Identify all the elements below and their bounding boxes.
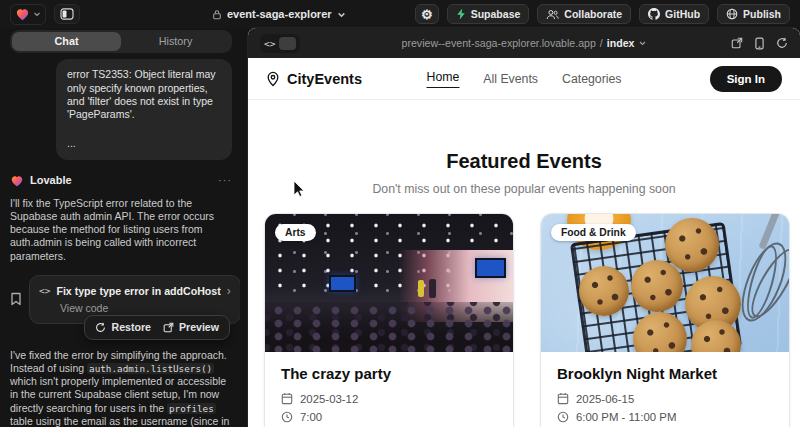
chevron-down-icon <box>33 10 41 18</box>
globe-icon <box>726 8 738 20</box>
user-message-bubble: error TS2353: Object literal may only sp… <box>56 59 232 160</box>
event-time-row: 6:00 PM - 11:00 PM <box>557 411 773 423</box>
lovable-logo-menu[interactable] <box>10 4 46 25</box>
speaker-figure <box>418 280 424 297</box>
topbar-actions: ⚙ Supabase Collaborate GitHub <box>415 4 790 24</box>
event-time: 7:00 <box>300 411 322 423</box>
event-time-row: 7:00 <box>281 411 497 423</box>
event-image-cookies: Food & Drink <box>541 214 789 352</box>
cookie <box>579 266 629 316</box>
event-card-body: The crazy party 2025-03-12 7 <box>265 352 513 427</box>
sign-in-button[interactable]: Sign In <box>710 66 782 92</box>
preview-url-page: index <box>607 37 635 49</box>
restore-button[interactable]: Restore <box>95 321 150 334</box>
event-time: 6:00 PM - 11:00 PM <box>576 411 676 423</box>
speaker-figure <box>429 279 436 298</box>
settings-button[interactable]: ⚙ <box>415 4 439 24</box>
event-date-row: 2025-03-12 <box>281 392 497 405</box>
message-menu-icon[interactable]: ··· <box>218 174 232 188</box>
event-card-body: Brooklyn Night Market 2025-06-15 <box>541 352 789 427</box>
github-button[interactable]: GitHub <box>639 4 709 24</box>
site-canvas: CityEvents Home All Events Categories Si… <box>248 58 800 427</box>
bookmark-icon[interactable] <box>10 292 22 306</box>
cookie <box>631 260 683 312</box>
hero-section: Featured Events Don't miss out on these … <box>248 100 800 196</box>
nav-categories[interactable]: Categories <box>562 72 621 86</box>
tv-screen <box>475 258 506 278</box>
featured-events-grid: Arts The crazy party 2025-03-12 <box>248 213 800 427</box>
event-date: 2025-03-12 <box>300 393 358 405</box>
gear-icon: ⚙ <box>421 8 433 21</box>
version-hover-actions: Restore Preview <box>84 315 230 340</box>
hero-title: Featured Events <box>248 150 800 173</box>
assistant-paragraph-2: I've fixed the error by simplifying the … <box>10 349 232 427</box>
event-image-conference: Arts <box>265 214 513 352</box>
assistant-name: Lovable <box>30 174 212 188</box>
clock-icon <box>281 411 293 423</box>
view-code-link[interactable]: View code <box>60 302 231 315</box>
user-message-text: error TS2353: Object literal may only sp… <box>67 68 221 121</box>
publish-button[interactable]: Publish <box>717 4 790 24</box>
category-badge: Arts <box>275 224 316 241</box>
user-message-ellipsis: ... <box>67 137 221 150</box>
event-date: 2025-06-15 <box>576 393 634 405</box>
lovable-heart-icon <box>10 174 24 188</box>
sidebar-toggle-button[interactable] <box>54 4 80 24</box>
calendar-icon <box>281 392 293 405</box>
inline-code: auth.admin.listUsers() <box>87 363 214 374</box>
supabase-button[interactable]: Supabase <box>447 4 530 24</box>
preview-url-host: preview--event-saga-explorer.lovable.app <box>402 37 596 49</box>
external-link-icon <box>163 322 174 333</box>
code-preview-toggle[interactable]: <> <box>260 34 300 53</box>
toggle-knob <box>279 37 296 50</box>
assistant-header: Lovable ··· <box>10 174 232 188</box>
lock-icon <box>212 9 222 20</box>
preview-toolbar: <> preview--event-saga-explorer.lovable.… <box>248 28 800 58</box>
clock-icon <box>557 411 569 423</box>
preview-pane: <> preview--event-saga-explorer.lovable.… <box>248 28 800 427</box>
cookie <box>665 218 719 272</box>
calendar-icon <box>557 392 569 405</box>
sidebar-toggle-icon <box>60 8 74 20</box>
category-badge: Food & Drink <box>551 224 636 241</box>
inline-code: profiles <box>167 403 216 414</box>
preview-toolbar-actions <box>731 37 788 50</box>
restore-icon <box>95 322 106 333</box>
code-icon: <> <box>264 38 275 49</box>
preview-button[interactable]: Preview <box>163 321 219 334</box>
chevron-right-icon: › <box>227 284 231 299</box>
event-title: The crazy party <box>281 365 497 382</box>
audience-crowd <box>265 302 513 352</box>
github-icon <box>648 8 660 20</box>
assistant-paragraph: I'll fix the TypeScript error related to… <box>10 197 232 263</box>
version-card-title: Fix type type error in addCoHost <box>56 285 220 298</box>
chevron-down-icon <box>337 10 346 19</box>
event-date-row: 2025-06-15 <box>557 392 773 405</box>
tab-chat[interactable]: Chat <box>12 32 121 51</box>
people-icon <box>546 9 559 20</box>
mobile-view-icon[interactable] <box>755 37 764 50</box>
site-header: CityEvents Home All Events Categories Si… <box>248 58 800 100</box>
event-card-arts[interactable]: Arts The crazy party 2025-03-12 <box>264 213 514 427</box>
chat-history-tabs: Chat History <box>10 30 232 53</box>
code-icon: <> <box>39 285 50 297</box>
app-topbar: event-saga-explorer ⚙ Supabase Col <box>0 0 800 28</box>
project-name: event-saga-explorer <box>227 8 332 20</box>
nav-home[interactable]: Home <box>427 70 460 88</box>
tab-history[interactable]: History <box>121 32 230 51</box>
map-pin-icon <box>266 71 280 87</box>
lovable-heart-icon <box>15 7 30 22</box>
supabase-bolt-icon <box>456 8 466 20</box>
project-switcher[interactable]: event-saga-explorer <box>212 0 346 28</box>
refresh-icon[interactable] <box>776 37 788 49</box>
nav-all-events[interactable]: All Events <box>483 72 538 86</box>
projector-screen <box>329 275 356 292</box>
event-title: Brooklyn Night Market <box>557 365 773 382</box>
chevron-down-icon <box>638 39 646 47</box>
event-card-food[interactable]: Food & Drink Brooklyn Night Market 2025-… <box>540 213 790 427</box>
open-in-new-tab-icon[interactable] <box>731 37 743 49</box>
collaborate-button[interactable]: Collaborate <box>537 4 631 24</box>
site-brand[interactable]: CityEvents <box>266 71 362 87</box>
site-nav: Home All Events Categories <box>427 70 622 88</box>
preview-url-bar[interactable]: preview--event-saga-explorer.lovable.app… <box>402 28 647 58</box>
